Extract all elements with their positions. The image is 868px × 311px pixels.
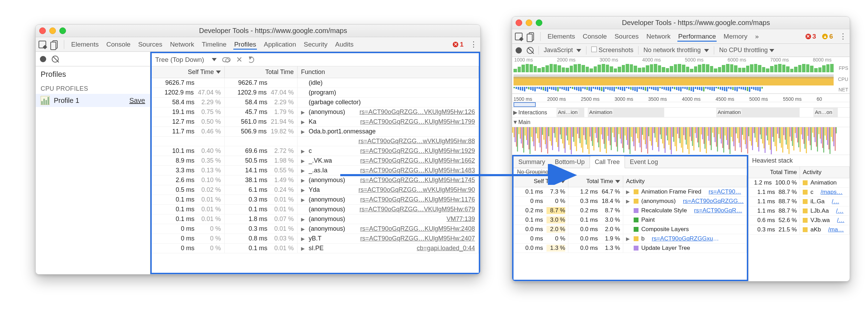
source-link[interactable]: rs=ACT90oGqRZGG…KUlgM95Hw:1929 [360, 147, 475, 155]
col-activity[interactable]: Activity [623, 176, 747, 187]
profile-item[interactable]: Profile 1 Save [36, 94, 150, 107]
focus-icon[interactable] [222, 57, 231, 62]
source-link[interactable]: rs=ACT90oGqRZGG…KUlgM95Hw:1176 [360, 196, 475, 203]
heaviest-row[interactable]: 1.1 ms88.7 %c /maps… [749, 188, 850, 197]
script-filter-dropdown[interactable]: JavaScript [544, 47, 581, 54]
grouping-dropdown[interactable]: No Grouping [514, 168, 747, 176]
tab-bottomup[interactable]: Bottom-Up [550, 156, 590, 168]
tree-row[interactable]: 0 ms0 %0.8 ms0.03 %▶yB.Trs=ACT90oGqRZGG…… [152, 234, 479, 244]
source-link[interactable]: rs=ACT90oGqRZGG…wVKUlgM95Hw:88 [358, 138, 475, 145]
tree-row[interactable]: 19.1 ms0.75 %45.7 ms1.79 %▶(anonymous)rs… [152, 107, 479, 117]
source-link[interactable]: rs=ACT90oGqRZGG…VKUlgM95Hw:126 [359, 108, 475, 116]
source-link[interactable]: /ma… [828, 226, 844, 233]
tree-row[interactable]: 0.1 ms0.01 %0.3 ms0.01 %▶(anonymous)rs=A… [152, 195, 479, 205]
zoom-icon[interactable] [59, 27, 66, 34]
tree-row[interactable]: 8.9 ms0.35 %50.5 ms1.98 %▶_.VK.wars=ACT9… [152, 156, 479, 166]
tab-audits[interactable]: Audits [334, 39, 354, 50]
tab-sources[interactable]: Sources [137, 39, 163, 50]
calltree-row[interactable]: 0.0 ms1.3 %0.0 ms1.3 %Update Layer Tree [514, 244, 747, 253]
record-icon[interactable] [516, 47, 522, 54]
source-link[interactable]: /… [836, 207, 844, 214]
calltree-row[interactable]: 0 ms0 %0.3 ms18.4 %▶(anonymous) rs=ACT90… [514, 197, 747, 206]
source-link[interactable]: cb=gapi.loaded_0:44 [417, 245, 475, 252]
source-link[interactable]: /maps… [820, 189, 842, 196]
source-link[interactable]: /… [837, 217, 845, 224]
disclose-icon[interactable]: ▶ [512, 109, 518, 116]
interactions-section[interactable]: ▶ Interactions Ani…ion Animation Animati… [512, 108, 850, 117]
close-icon[interactable] [516, 19, 522, 26]
tree-row[interactable]: 0 ms0 %0.1 ms0.01 %▶sI.PEcb=gapi.loaded_… [152, 244, 479, 253]
source-link[interactable]: rs=ACT90oGqR… [694, 207, 742, 214]
source-link[interactable]: rs=ACT90oGqRZGG…VKUlgM95Hw:679 [359, 206, 475, 213]
error-badge[interactable]: ✕3 [806, 33, 816, 40]
zoom-icon[interactable] [536, 19, 542, 26]
source-link[interactable]: rs=ACT90oGqRZGG…KUlgM95Hw:1745 [360, 177, 475, 184]
tree-body[interactable]: 9626.7 ms9626.7 ms(idle)1202.9 ms47.04 %… [152, 78, 479, 273]
tree-row[interactable]: 58.4 ms2.29 %58.4 ms2.29 %(garbage colle… [152, 98, 479, 107]
tree-row[interactable]: 9626.7 ms9626.7 ms(idle) [152, 78, 479, 88]
tab-application[interactable]: Application [263, 39, 297, 50]
tab-network[interactable]: Network [169, 39, 195, 50]
heaviest-row[interactable]: 1.1 ms88.7 %iL.Ga /… [749, 197, 850, 206]
col-self-time[interactable]: Self Time [514, 176, 568, 187]
device-icon[interactable] [529, 32, 534, 41]
calltree-row[interactable]: 0 ms0 %0.0 ms1.9 %▶b rs=ACT90oGqRZGGxuWo… [514, 234, 747, 244]
tree-row[interactable]: rs=ACT90oGqRZGG…wVKUlgM95Hw:88 [152, 137, 479, 146]
source-link[interactable]: rs=ACT90oGqRZGG…KUlgM95Hw:2408 [360, 225, 475, 232]
tree-row[interactable]: 3.3 ms0.13 %14.1 ms0.55 %▶_.as.Iars=ACT9… [152, 166, 479, 175]
tab-elements[interactable]: Elements [70, 39, 99, 50]
source-link[interactable]: rs=ACT90oGqRZGG…KUlgM95Hw:2407 [360, 235, 475, 242]
flame-chart[interactable] [512, 127, 850, 155]
tree-row[interactable]: 0.1 ms0.01 %1.8 ms0.07 %▶(anonymous)VM77… [152, 214, 479, 224]
calltree-row[interactable]: 0.1 ms7.3 %1.2 ms64.7 %▶Animation Frame … [514, 187, 747, 197]
inspect-icon[interactable] [515, 33, 523, 40]
tab-elements[interactable]: Elements [547, 31, 576, 42]
refresh-icon[interactable] [248, 57, 254, 63]
tab-summary[interactable]: Summary [514, 156, 550, 168]
disclose-icon[interactable]: ▼ [512, 119, 518, 125]
tree-row[interactable]: 0.5 ms0.02 %6.1 ms0.24 %▶Ydars=ACT90oGqR… [152, 185, 479, 195]
minimize-icon[interactable] [526, 19, 532, 26]
tree-row[interactable]: 12.7 ms0.50 %561.0 ms21.94 %▶Kars=ACT90o… [152, 117, 479, 127]
timeline-selection-track[interactable] [512, 102, 850, 108]
heaviest-row[interactable]: 1.2 ms100.0 %Animation [749, 178, 850, 188]
calltree-row[interactable]: 0.1 ms3.0 %0.1 ms3.0 %Paint [514, 215, 747, 225]
timeline-ruler[interactable]: 1500 ms2000 ms2500 ms3000 ms3500 ms4000 … [512, 94, 850, 102]
col-total-time[interactable]: Total Time [749, 167, 800, 178]
kebab-icon[interactable]: ⋮ [470, 40, 477, 49]
source-link[interactable]: rs=ACT90oGqRZGG… [683, 198, 744, 205]
close-icon[interactable] [39, 27, 46, 34]
tab-eventlog[interactable]: Event Log [625, 156, 663, 168]
tab-memory[interactable]: Memory [723, 31, 748, 42]
tab-more[interactable]: » [754, 31, 760, 42]
profile-save-link[interactable]: Save [129, 97, 145, 105]
tree-row[interactable]: 0.1 ms0.01 %0.1 ms0.01 %(anonymous)rs=AC… [152, 205, 479, 214]
col-activity[interactable]: Activity [800, 167, 850, 178]
clear-icon[interactable] [52, 56, 59, 63]
kebab-icon[interactable]: ⋮ [839, 32, 847, 41]
tree-mode-dropdown[interactable]: Tree (Top Down) [155, 56, 217, 64]
tree-row[interactable]: 10.1 ms0.40 %69.6 ms2.72 %▶crs=ACT90oGqR… [152, 146, 479, 156]
heaviest-row[interactable]: 0.6 ms52.6 %VJb.wa /… [749, 216, 850, 225]
clear-icon[interactable] [527, 47, 534, 54]
performance-overview[interactable]: 1000 ms2000 ms3000 ms4000 ms5000 ms6000 … [512, 57, 850, 94]
source-link[interactable]: VM77:139 [446, 215, 475, 223]
tab-network[interactable]: Network [646, 31, 671, 42]
source-link[interactable]: rs=ACT90oGqRZGG…wVKUlgM95Hw:90 [358, 186, 475, 194]
tab-security[interactable]: Security [303, 39, 328, 50]
col-function[interactable]: Function [298, 66, 479, 78]
heaviest-row[interactable]: 1.1 ms88.7 %LJb.Aa /… [749, 206, 850, 216]
record-icon[interactable] [40, 56, 46, 62]
source-link[interactable]: rs=ACT90… [709, 188, 741, 195]
delete-icon[interactable]: ✕ [236, 55, 242, 64]
tab-console[interactable]: Console [106, 39, 131, 50]
tree-row[interactable]: 2.6 ms0.10 %38.1 ms1.49 %▶(anonymous)rs=… [152, 175, 479, 185]
source-link[interactable]: rs=ACT90oGqRZGGxuWo-z8B… [652, 235, 721, 242]
device-icon[interactable] [52, 40, 58, 49]
inspect-icon[interactable] [39, 41, 46, 48]
heaviest-row[interactable]: 0.3 ms21.5 %aKb /ma… [749, 225, 850, 235]
minimize-icon[interactable] [49, 27, 56, 34]
tree-row[interactable]: 0 ms0 %0.3 ms0.01 %▶(anonymous)rs=ACT90o… [152, 224, 479, 234]
source-link[interactable]: rs=ACT90oGqRZGG…KUlgM95Hw:1662 [360, 157, 475, 164]
screenshots-toggle[interactable]: Screenshots [591, 47, 633, 54]
